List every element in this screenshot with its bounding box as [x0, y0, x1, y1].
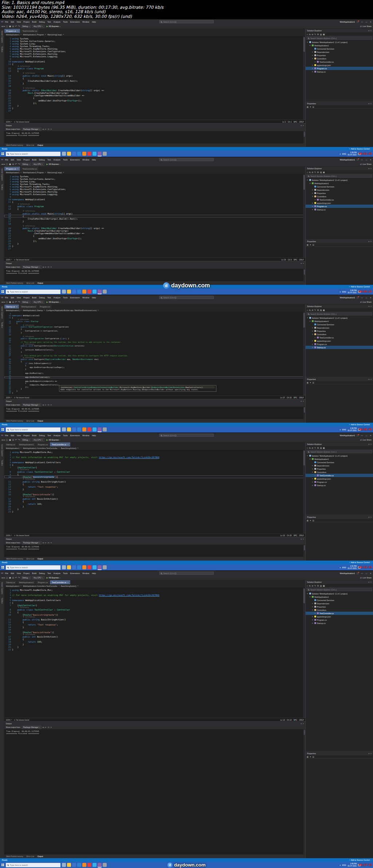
menu-tools[interactable]: Tools	[62, 297, 69, 299]
se-collapse-all-icon[interactable]: ⊟	[317, 171, 319, 173]
tree-item-controllers[interactable]: ▾Controllers	[306, 333, 373, 336]
expander-icon[interactable]: ▾	[311, 58, 314, 59]
line-ending-indicator[interactable]: CRLF	[299, 534, 304, 536]
solution-configurations-dropdown[interactable]: Debug▾	[21, 438, 31, 442]
props-categorized-icon[interactable]: ▦	[307, 519, 309, 522]
solution-explorer-search[interactable]: Search Solution Explorer (Ctrl+;)	[306, 174, 372, 178]
navigate-forward-icon[interactable]: ▸	[4, 163, 5, 165]
task-view-icon[interactable]	[62, 427, 66, 431]
notifications-icon[interactable]	[357, 434, 359, 437]
close-tab-icon[interactable]: ×	[17, 168, 19, 170]
new-project-icon[interactable]: ▢	[6, 439, 8, 441]
word-wrap-icon[interactable]: ↩	[45, 726, 47, 728]
chevron-down-icon[interactable]: ▾	[301, 400, 302, 402]
document-health-indicator[interactable]: ⊘ No issues found	[14, 534, 29, 536]
scrollbar-thumb[interactable]	[304, 545, 305, 550]
line-ending-indicator[interactable]: CRLF	[299, 259, 304, 261]
taskbar-search-input[interactable]: Type here to search	[6, 152, 60, 156]
minimize-button[interactable]: —	[360, 159, 364, 161]
tree-item-program-cs[interactable]: ▸Program.cs	[306, 342, 373, 346]
file-explorer-icon[interactable]	[67, 152, 71, 156]
messages-list-icon[interactable]: ≡	[43, 128, 44, 130]
menu-file[interactable]: File	[4, 572, 9, 574]
panel-tab-output[interactable]: Output	[38, 144, 43, 146]
pin-icon[interactable]: ▾	[369, 378, 370, 380]
scrollbar-thumb[interactable]	[303, 451, 305, 465]
live-share-button[interactable]: ⇄ Live Share	[360, 163, 372, 165]
se-properties-icon[interactable]: ▣	[323, 171, 325, 173]
expander-icon[interactable]: ▸	[311, 606, 314, 608]
props-property-pages-icon[interactable]: ▤	[313, 244, 314, 246]
close-panel-icon[interactable]: ×	[51, 542, 52, 544]
tree-item-startup-cs[interactable]: ▸Startup.cs	[306, 208, 373, 211]
pin-icon[interactable]: ▾	[369, 240, 370, 243]
close-tab-icon[interactable]: ×	[67, 443, 68, 446]
redo-icon[interactable]: ↷	[18, 439, 20, 441]
navigate-forward-icon[interactable]: ▸	[4, 301, 5, 303]
tree-item-solution-webapplication1-1-of-1-project-[interactable]: ▾Solution 'WebApplication1' (1 of 1 proj…	[306, 178, 373, 182]
tree-item-testcontroller-cs[interactable]: ▸TestController.cs	[306, 60, 373, 63]
save-icon[interactable]: ⊡	[12, 301, 14, 303]
notifications-icon[interactable]	[357, 297, 359, 299]
add-to-source-control-button[interactable]: ↑ Add to Source Control ▾	[349, 423, 371, 426]
open-file-icon[interactable]: ▣	[9, 163, 11, 165]
internet-explorer-icon[interactable]	[93, 427, 97, 431]
tree-item-webapplication1[interactable]: ▾WebApplication1	[306, 457, 373, 461]
se-sync-with-active-document-icon[interactable]: ⇄	[312, 33, 314, 35]
mail-icon[interactable]	[72, 565, 76, 569]
output-scrollbar[interactable]	[303, 131, 305, 143]
expander-icon[interactable]: ▾	[306, 41, 309, 43]
menu-build[interactable]: Build	[31, 572, 38, 574]
opera-icon[interactable]	[87, 290, 91, 294]
new-project-icon[interactable]: ▢	[6, 163, 8, 165]
tray-chevron-icon[interactable]: ∧	[339, 429, 341, 431]
menu-analyze[interactable]: Analyze	[52, 572, 62, 574]
settings-icon[interactable]	[103, 152, 107, 156]
language-indicator[interactable]: ENG	[342, 566, 346, 569]
server-explorer-tab[interactable]: Server Explorer	[1, 582, 3, 594]
close-icon[interactable]: ×	[370, 516, 372, 518]
scrollbar-thumb[interactable]	[304, 132, 305, 137]
taskbar-search-input[interactable]: Type here to search	[6, 863, 60, 867]
se-home-icon[interactable]: ⌂	[307, 171, 308, 173]
visual-studio-icon[interactable]	[98, 427, 102, 431]
tree-item-testcontroller-cs[interactable]: ▸TestController.cs	[306, 612, 373, 615]
settings-icon[interactable]	[103, 863, 107, 867]
zoom-level-dropdown[interactable]: 100%▾	[6, 534, 12, 536]
quick-search-input[interactable]: Search (Ctrl+Q)	[159, 571, 214, 575]
menu-window[interactable]: Window	[81, 297, 90, 299]
close-icon[interactable]: ×	[303, 400, 304, 402]
firefox-icon[interactable]	[82, 427, 86, 431]
props-categorized-icon[interactable]: ▦	[307, 381, 309, 384]
expander-icon[interactable]: ▸	[311, 192, 314, 194]
menu-view[interactable]: View	[16, 572, 22, 574]
quick-search-input[interactable]: Search (Ctrl+Q)	[159, 20, 214, 23]
minimize-button[interactable]: —	[360, 434, 364, 437]
chevron-down-icon[interactable]: ▾	[301, 262, 302, 264]
document-tab-program-cs[interactable]: Program.cs	[38, 305, 52, 309]
close-panel-icon[interactable]: ×	[51, 404, 52, 406]
menu-window[interactable]: Window	[81, 572, 90, 574]
edge-icon[interactable]	[77, 565, 81, 569]
se-switch-views-icon[interactable]: ⇆	[309, 33, 311, 35]
file-explorer-icon[interactable]	[67, 863, 71, 867]
menu-test[interactable]: Test	[46, 21, 52, 23]
pin-icon[interactable]: ▾	[369, 305, 370, 307]
redo-icon[interactable]: ↷	[18, 577, 20, 579]
save-icon[interactable]: ⊡	[12, 25, 14, 27]
se-refresh-icon[interactable]: ↻	[314, 447, 316, 449]
restore-button[interactable]: □	[365, 21, 368, 23]
tree-item-program-cs[interactable]: ▸Program.cs	[306, 67, 373, 70]
expander-icon[interactable]: ▸	[311, 202, 314, 204]
save-icon[interactable]: ⊡	[12, 439, 14, 441]
expander-icon[interactable]: ▸	[311, 64, 314, 66]
live-share-button[interactable]: ⇄ Live Share	[360, 439, 372, 441]
output-text[interactable]: Time Elapsed: 00:00:01.1175505==========…	[4, 407, 305, 419]
panel-tab-web-publish-activity[interactable]: Web Publish Activity	[6, 282, 23, 284]
menu-build[interactable]: Build	[31, 297, 38, 299]
expander-icon[interactable]: ▸	[311, 481, 314, 483]
props-alphabetical-icon[interactable]: ▼	[310, 106, 311, 108]
menu-view[interactable]: View	[16, 159, 22, 161]
start-debugging-button[interactable]: ▶ IIS Express ▾	[46, 25, 62, 27]
visual-studio-icon[interactable]	[98, 565, 102, 569]
